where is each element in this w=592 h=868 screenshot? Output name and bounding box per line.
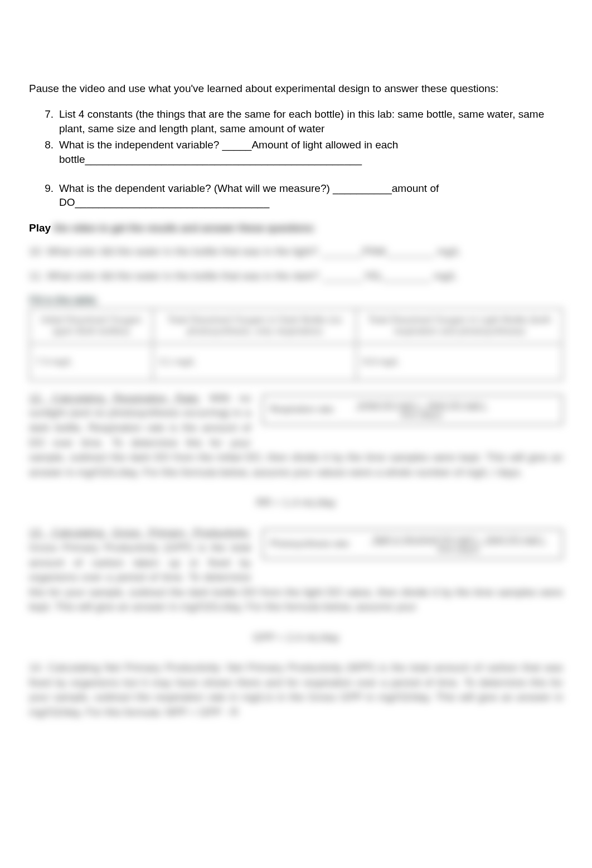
formula-12-top: (initial DO mg/L) – (dark DO mg/L) [355,400,488,410]
data-table: Initial Dissolved Oxygen (ppm Both bottl… [29,308,563,381]
formula-13-top: (light or dissolved DO mg/L) – (dark DO … [370,534,547,544]
para-13-head: 13. Calculating Gross Primary Productivi… [29,527,251,538]
blur-line-11: 11. What color did the water in the bott… [29,269,563,284]
formula-12-wrap: Respiration rate: (initial DO mg/L) – (d… [262,391,563,431]
q7-number: 7. [40,107,54,122]
table-cell-2: 3.1 mg/L [153,344,356,380]
section-12: Respiration rate: (initial DO mg/L) – (d… [29,391,563,509]
table-header-2: Total Dissolved Oxygen in Dark Bottle (n… [153,308,356,344]
formula-13-box: Photosynthesis rate: (light or dissolved… [262,529,563,560]
table-heading: Fill in this table: [29,294,563,306]
eq-13: GPP = 2.4 mL/day [29,631,563,644]
formula-12-frac: (initial DO mg/L) – (dark DO mg/L) time … [355,400,488,419]
play-rest: the video to get the results and answer … [51,222,316,234]
question-7: 7. List 4 constants (the things that are… [59,107,563,136]
para-12-head: 12. Calculating Respiration Rate: [29,392,201,404]
formula-13-bot: time (days) [370,544,547,554]
table-cell-3: 9.8 mg/L [356,344,562,380]
q9-number: 9. [40,181,54,196]
formula-12-bot: time (days) [355,410,488,419]
table-header-3: Total Dissolved Oxygen in Light Bottle (… [356,308,562,344]
table-row: 7.4 mg/L 3.1 mg/L 9.8 mg/L [30,344,562,380]
table-header-1: Initial Dissolved Oxygen (ppm Both bottl… [30,308,153,344]
blurred-content: 10. What color did the water in the bott… [29,244,563,720]
question-9: 9. What is the dependent variable? (What… [59,181,563,210]
blur-line-10: 10. What color did the water in the bott… [29,244,563,259]
formula-13-wrap: Photosynthesis rate: (light or dissolved… [262,525,563,565]
formula-12-title: Respiration rate: [270,404,335,414]
para-14: 14. Calculating Net Primary Productivity… [29,660,563,720]
table-cell-1: 7.4 mg/L [30,344,153,380]
question-8: 8. What is the independent variable? ___… [59,138,563,166]
q7-text: List 4 constants (the things that are th… [59,108,544,134]
formula-12-box: Respiration rate: (initial DO mg/L) – (d… [262,394,563,425]
intro-text: Pause the video and use what you've lear… [29,83,563,95]
play-line: Play the video to get the results and an… [29,222,563,234]
spacer [59,169,563,179]
q8-number: 8. [40,138,54,152]
question-list: 7. List 4 constants (the things that are… [29,107,563,210]
play-label: Play [29,222,51,234]
formula-13-frac: (light or dissolved DO mg/L) – (dark DO … [370,534,547,554]
q8-text: What is the independent variable? _____A… [59,139,398,165]
eq-12: RR = 1.4 mL/day [29,496,563,509]
formula-13-title: Photosynthesis rate: [270,539,351,548]
q9-text: What is the dependent variable? (What wi… [59,182,439,209]
section-13: Photosynthesis rate: (light or dissolved… [29,525,563,644]
